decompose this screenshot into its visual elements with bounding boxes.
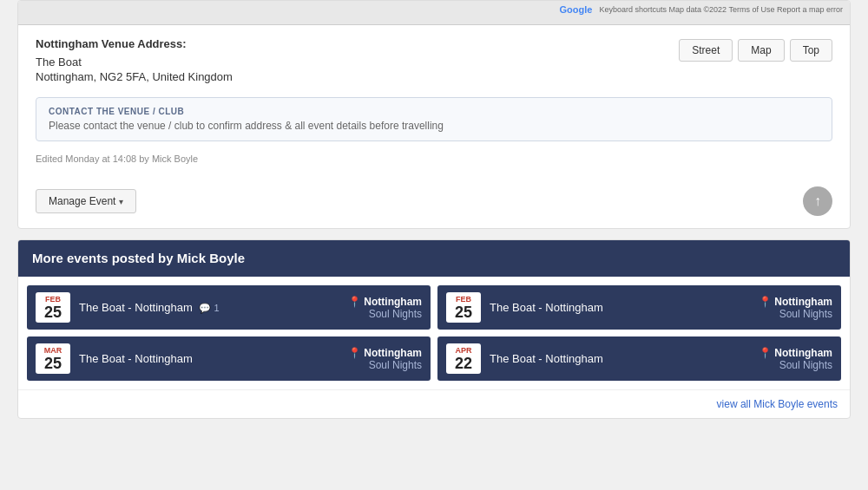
dropdown-caret-icon: ▾ (119, 197, 123, 206)
event-card[interactable]: FEB 25 The Boat - Nottingham 💬 1 📍 Notti… (27, 285, 431, 330)
event-date-badge: APR 22 (446, 343, 481, 374)
location-pin-icon: 📍 (348, 347, 361, 359)
event-card[interactable]: FEB 25 The Boat - Nottingham 📍 Nottingha… (437, 285, 841, 330)
event-venue-name: The Boat - Nottingham (490, 301, 750, 314)
event-day: 22 (450, 356, 477, 371)
event-date-badge: FEB 25 (446, 292, 481, 323)
top-button[interactable]: Top (790, 39, 832, 62)
event-info: The Boat - Nottingham (79, 352, 339, 365)
event-location-row: 📍 Nottingham (759, 347, 832, 359)
contact-box: CONTACT THE VENUE / CLUB Please contact … (36, 97, 832, 141)
location-pin-icon: 📍 (348, 296, 361, 308)
event-location: Nottingham (364, 296, 422, 308)
event-location: Nottingham (774, 296, 832, 308)
venue-address-header: Nottingham Venue Address: The Boat Notti… (36, 37, 832, 83)
map-button[interactable]: Map (738, 39, 784, 62)
contact-title: CONTACT THE VENUE / CLUB (49, 107, 819, 116)
event-right: 📍 Nottingham Soul Nights (348, 295, 422, 320)
event-info: The Boat - Nottingham (490, 352, 750, 365)
more-events-section: More events posted by Mick Boyle FEB 25 … (17, 239, 851, 419)
street-button[interactable]: Street (679, 39, 733, 62)
event-location: Nottingham (364, 347, 422, 359)
event-date-badge: MAR 25 (36, 343, 70, 374)
event-day: 25 (450, 304, 477, 320)
map-buttons: Street Map Top (679, 39, 832, 62)
event-location-row: 📍 Nottingham (348, 296, 422, 308)
event-day: 25 (40, 304, 66, 320)
event-info: The Boat - Nottingham (490, 301, 750, 314)
event-right: 📍 Nottingham Soul Nights (348, 346, 422, 371)
event-location-row: 📍 Nottingham (348, 347, 422, 359)
events-grid: FEB 25 The Boat - Nottingham 💬 1 📍 Notti… (18, 277, 850, 389)
event-venue-name: The Boat - Nottingham (490, 352, 750, 365)
comment-icon: 💬 1 (199, 303, 219, 313)
event-card[interactable]: MAR 25 The Boat - Nottingham 📍 Nottingha… (27, 336, 431, 381)
view-all-link[interactable]: view all Mick Boyle events (717, 398, 838, 410)
event-info: The Boat - Nottingham 💬 1 (79, 301, 339, 314)
scroll-up-button[interactable]: ↑ (803, 186, 832, 216)
up-arrow-icon: ↑ (814, 194, 821, 208)
event-right: 📍 Nottingham Soul Nights (759, 346, 832, 371)
venue-address-label: Nottingham Venue Address: (36, 37, 233, 50)
event-location: Nottingham (774, 347, 832, 359)
location-pin-icon: 📍 (759, 296, 772, 308)
event-location-row: 📍 Nottingham (759, 296, 832, 308)
venue-address-block: Nottingham Venue Address: The Boat Notti… (36, 37, 233, 83)
page-wrapper: Google Keyboard shortcuts Map data ©2022… (0, 0, 868, 419)
event-month: MAR (40, 346, 66, 356)
event-venue-name: The Boat - Nottingham 💬 1 (79, 301, 339, 314)
event-category: Soul Nights (759, 359, 832, 371)
view-all-row: view all Mick Boyle events (18, 389, 850, 418)
venue-card: Google Keyboard shortcuts Map data ©2022… (17, 0, 851, 229)
event-category: Soul Nights (348, 308, 422, 320)
event-category: Soul Nights (348, 359, 422, 371)
location-pin-icon: 📍 (759, 347, 772, 359)
event-day: 25 (40, 356, 66, 371)
event-date-badge: FEB 25 (36, 292, 70, 323)
event-card[interactable]: APR 22 The Boat - Nottingham 📍 Nottingha… (437, 336, 841, 381)
venue-body: Nottingham Venue Address: The Boat Notti… (18, 25, 850, 178)
edited-line: Edited Monday at 14:08 by Mick Boyle (36, 154, 832, 164)
manage-event-button[interactable]: Manage Event ▾ (36, 189, 136, 213)
event-venue-name: The Boat - Nottingham (79, 352, 339, 365)
map-credits: Keyboard shortcuts Map data ©2022 Terms … (599, 5, 843, 14)
venue-name: The Boat (36, 56, 233, 69)
contact-description: Please contact the venue / club to confi… (49, 120, 819, 132)
manage-event-label: Manage Event (49, 195, 115, 207)
venue-address-text: Nottingham, NG2 5FA, United Kingdom (36, 70, 233, 83)
event-month: APR (450, 346, 477, 356)
more-events-title: More events posted by Mick Boyle (32, 251, 245, 265)
more-events-header: More events posted by Mick Boyle (18, 240, 850, 277)
event-right: 📍 Nottingham Soul Nights (759, 295, 832, 320)
event-category: Soul Nights (759, 308, 832, 320)
google-logo: Google (560, 4, 593, 15)
venue-footer: Manage Event ▾ ↑ (18, 178, 850, 228)
map-strip: Google Keyboard shortcuts Map data ©2022… (18, 1, 850, 25)
